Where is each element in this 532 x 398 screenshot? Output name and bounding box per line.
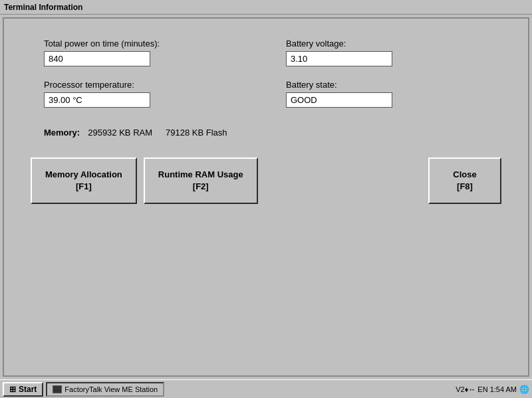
taskbar: ⊞ Start FactoryTalk View ME Station V2♦↔… xyxy=(0,379,532,398)
sys-tray-icons: V2♦↔ EN 1:54 AM xyxy=(456,385,517,393)
power-on-label: Total power on time (minutes): xyxy=(44,39,246,49)
battery-state-label: Battery state: xyxy=(286,80,488,90)
memory-row: Memory: 295932 KB RAM 79128 KB Flash xyxy=(24,121,508,144)
start-label: Start xyxy=(19,385,37,394)
title-bar-label: Terminal Information xyxy=(4,3,82,12)
windows-icon: ⊞ xyxy=(9,385,16,394)
runtime-ram-line2: [F2] xyxy=(193,181,209,193)
memory-flash: 79128 KB Flash xyxy=(166,128,227,138)
memory-ram: 295932 KB RAM xyxy=(88,128,152,138)
start-button[interactable]: ⊞ Start xyxy=(3,382,43,397)
buttons-row: Memory Allocation [F1] Runtime RAM Usage… xyxy=(24,157,508,204)
close-line2: [F8] xyxy=(457,181,473,193)
close-line1: Close xyxy=(453,169,476,181)
info-grid: Total power on time (minutes): 840 Batte… xyxy=(24,32,508,114)
app-taskbar-item[interactable]: FactoryTalk View ME Station xyxy=(46,382,164,397)
power-on-group: Total power on time (minutes): 840 xyxy=(24,32,266,73)
battery-voltage-label: Battery voltage: xyxy=(286,39,488,49)
network-icon: 🌐 xyxy=(519,385,529,394)
processor-temp-label: Processor temperature: xyxy=(44,80,246,90)
app-label: FactoryTalk View ME Station xyxy=(65,385,158,393)
runtime-ram-line1: Runtime RAM Usage xyxy=(158,169,243,181)
processor-temp-value: 39.00 °C xyxy=(44,92,150,108)
memory-label: Memory: xyxy=(44,128,80,138)
power-on-value: 840 xyxy=(44,51,150,66)
title-bar: Terminal Information xyxy=(0,0,532,15)
battery-state-group: Battery state: GOOD xyxy=(266,73,508,114)
battery-state-value: GOOD xyxy=(286,92,392,108)
memory-allocation-line2: [F1] xyxy=(76,181,92,193)
runtime-ram-button[interactable]: Runtime RAM Usage [F2] xyxy=(144,157,258,204)
processor-temp-group: Processor temperature: 39.00 °C xyxy=(24,73,266,114)
battery-voltage-value: 3.10 xyxy=(286,51,392,66)
close-button[interactable]: Close [F8] xyxy=(428,157,501,204)
battery-voltage-group: Battery voltage: 3.10 xyxy=(266,32,508,73)
memory-allocation-button[interactable]: Memory Allocation [F1] xyxy=(31,157,137,204)
main-window: Total power on time (minutes): 840 Batte… xyxy=(3,17,529,377)
memory-allocation-line1: Memory Allocation xyxy=(45,169,122,181)
taskbar-right: V2♦↔ EN 1:54 AM 🌐 xyxy=(456,385,529,394)
monitor-icon xyxy=(53,385,62,393)
content-area: Total power on time (minutes): 840 Batte… xyxy=(24,32,508,362)
